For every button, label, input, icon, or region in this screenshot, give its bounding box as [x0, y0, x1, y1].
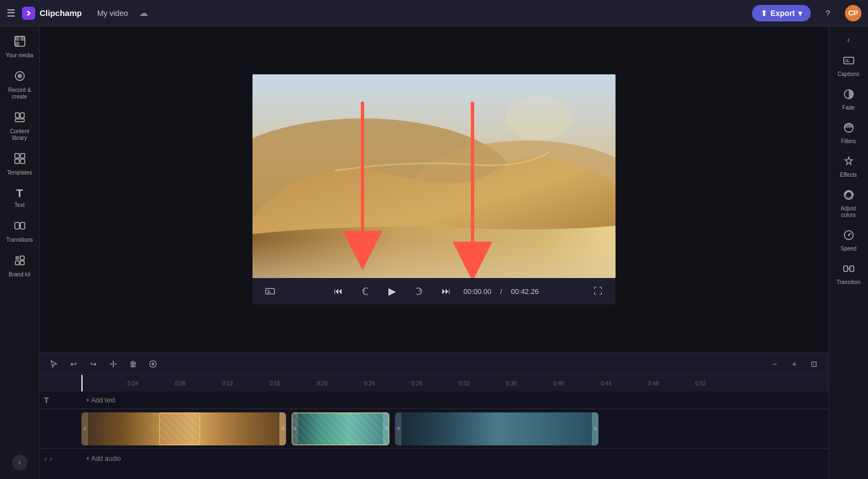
fit-timeline-button[interactable]: ⊡	[806, 356, 822, 372]
timeline-add-media[interactable]	[145, 356, 161, 372]
svg-rect-4	[15, 42, 19, 46]
svg-point-46	[848, 235, 849, 236]
hamburger-icon[interactable]: ☰	[7, 7, 15, 19]
svg-rect-2	[15, 36, 19, 41]
svg-rect-47	[844, 266, 848, 271]
sidebar-item-content-library[interactable]: Content library	[3, 107, 36, 146]
right-label-effects: Effects	[840, 172, 856, 178]
forward-button[interactable]: 5	[411, 282, 428, 300]
add-audio-button[interactable]: + Add audio	[86, 455, 121, 462]
ctrl-center: ⏮ 5 ▶ 5 ⏭ 00:00.	[329, 281, 539, 301]
right-sidebar-collapse[interactable]: ‹	[843, 31, 854, 48]
zoom-out-button[interactable]: −	[767, 356, 782, 372]
music-note-icon-2: ♪	[50, 455, 53, 462]
video-frame	[252, 74, 616, 278]
text-icon: T	[16, 187, 23, 200]
skip-fwd-button[interactable]: ⏭	[437, 282, 455, 300]
left-sidebar-collapse[interactable]: ›	[12, 455, 28, 470]
ruler-mark-2: 0:12	[222, 380, 233, 387]
svg-rect-10	[15, 154, 19, 158]
add-text-button[interactable]: + Add text	[86, 396, 116, 404]
clip-2-left-handle[interactable]: ⏸	[292, 412, 298, 445]
ruler-mark-0: 0:04	[128, 380, 138, 387]
sidebar-item-templates[interactable]: Templates	[3, 148, 36, 181]
timeline-tracks: T + Add text ⏸ ⏸	[40, 391, 828, 479]
clip-3-right-handle[interactable]: ⏸	[592, 412, 598, 445]
time-display: 00:00.00	[464, 287, 492, 296]
cloud-save-icon[interactable]: ☁	[139, 8, 148, 18]
clip-1[interactable]: ⏸ ⏸	[81, 412, 286, 445]
sidebar-item-brand-kit[interactable]: Brand kit	[3, 250, 36, 282]
timeline-undo[interactable]: ↩	[66, 356, 81, 372]
timeline-split[interactable]	[106, 356, 121, 372]
svg-rect-9	[15, 119, 24, 122]
right-item-effects[interactable]: Effects	[832, 151, 865, 183]
svg-text:5: 5	[363, 289, 365, 293]
right-item-captions[interactable]: Captions	[832, 51, 865, 82]
video-title[interactable]: My video	[93, 7, 133, 20]
export-button[interactable]: ⬆ Export ▾	[752, 5, 811, 21]
logo-icon	[22, 7, 35, 20]
zoom-in-button[interactable]: +	[787, 356, 802, 372]
timeline-ruler: 0:04 0:08 0:12 0:16 0:20 0:24 0:28 0:32 …	[40, 375, 828, 391]
sidebar-label-templates: Templates	[7, 170, 32, 176]
right-label-speed: Speed	[840, 246, 856, 252]
ruler-mark-10: 0:44	[601, 380, 611, 387]
timeline-delete[interactable]: 🗑	[125, 356, 141, 372]
export-icon: ⬆	[761, 9, 767, 18]
left-sidebar: Your media Record & create Content libra…	[0, 26, 40, 479]
right-label-transition: Transition	[837, 279, 861, 286]
playback-controls: ⏮ 5 ▶ 5 ⏭ 00:00.	[252, 278, 616, 304]
ruler-mark-11: 0:48	[648, 380, 658, 387]
preview-area: ⏮ 5 ▶ 5 ⏭ 00:00.	[40, 26, 828, 352]
right-item-fade[interactable]: Fade	[832, 84, 865, 116]
sidebar-item-transitions[interactable]: Transitions	[3, 215, 36, 248]
your-media-icon	[14, 35, 26, 50]
timeline-zoom-controls: − + ⊡	[767, 356, 822, 372]
right-item-filters[interactable]: Filters	[832, 118, 865, 149]
svg-rect-12	[15, 159, 19, 164]
rewind-button[interactable]: 5	[356, 282, 373, 300]
right-label-filters: Filters	[841, 138, 856, 145]
sidebar-label-record: Record & create	[6, 87, 34, 100]
right-item-speed[interactable]: Speed	[832, 225, 865, 257]
export-chevron-icon: ▾	[798, 9, 802, 18]
clip-2-content	[298, 412, 383, 445]
right-label-fade: Fade	[842, 105, 855, 111]
play-button[interactable]: ▶	[382, 281, 402, 301]
ruler-mark-1: 0:08	[175, 380, 185, 387]
effects-icon	[843, 156, 854, 170]
clip-1-right-handle[interactable]: ⏸	[279, 412, 286, 445]
sidebar-label-transitions: Transitions	[6, 237, 33, 243]
logo: Clipchamp	[22, 7, 82, 20]
fullscreen-button[interactable]: ⛶	[589, 282, 607, 300]
captions-button[interactable]	[261, 282, 279, 300]
time-separator: /	[500, 287, 502, 296]
timeline-tool-select[interactable]	[46, 356, 62, 372]
ruler-mark-9: 0:40	[553, 380, 564, 387]
sidebar-item-record[interactable]: Record & create	[3, 66, 36, 105]
sidebar-item-text[interactable]: T Text	[3, 183, 36, 213]
right-item-transition[interactable]: Transition	[832, 259, 865, 290]
ruler-mark-3: 0:16	[270, 380, 280, 387]
skip-back-button[interactable]: ⏮	[329, 282, 347, 300]
audio-track-label: ♪ ♪	[44, 455, 81, 462]
ruler-mark-12: 0:52	[695, 380, 706, 387]
clip-3-left-handle[interactable]: ⏸	[395, 412, 402, 445]
avatar[interactable]: CP	[845, 5, 861, 21]
speed-icon	[843, 230, 854, 243]
text-track-label: T	[44, 396, 81, 405]
ruler-marks: 0:04 0:08 0:12 0:16 0:20 0:24 0:28 0:32 …	[81, 375, 828, 391]
svg-rect-14	[15, 222, 19, 229]
clip-2-right-handle[interactable]: ⏸	[383, 412, 389, 445]
clip-1-left-handle[interactable]: ⏸	[81, 412, 88, 445]
clip-2[interactable]: ⏸ ⏸	[292, 412, 389, 445]
captions-panel-icon	[843, 55, 854, 69]
sidebar-item-your-media[interactable]: Your media	[3, 31, 36, 63]
clip-3[interactable]: ⏸ ⏸	[395, 412, 598, 445]
svg-rect-39	[844, 57, 854, 64]
timeline-redo[interactable]: ↪	[86, 356, 101, 372]
help-icon[interactable]: ?	[820, 5, 836, 21]
playhead	[81, 375, 83, 391]
right-item-adjust-colors[interactable]: Adjust colors	[832, 185, 865, 223]
